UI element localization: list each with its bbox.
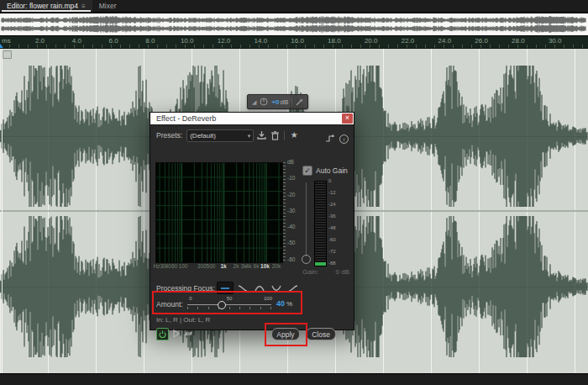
chevron-down-icon: ▾	[248, 133, 251, 139]
freq-axis-label: 40	[165, 263, 171, 269]
star-icon: ★	[291, 131, 298, 140]
preview-play-button[interactable]	[171, 328, 181, 339]
amount-scale-label: 100	[264, 296, 272, 301]
presets-dropdown[interactable]: (Default) ▾	[186, 129, 254, 142]
flat-curve-icon	[219, 284, 231, 293]
hud-divider	[291, 98, 292, 106]
favorite-button[interactable]: ★	[288, 130, 300, 141]
power-icon	[159, 330, 166, 338]
focus-mid-button[interactable]	[252, 282, 267, 293]
freq-axis-label: 100	[179, 263, 188, 269]
level-meter	[314, 181, 327, 266]
presets-row: Presets: (Default) ▾	[150, 129, 354, 142]
ruler-label: 4.0	[72, 37, 81, 45]
timeline-ruler[interactable]: ms 2.04.06.08.010.012.014.016.018.020.02…	[0, 36, 588, 49]
db-axis-label: -30	[287, 208, 302, 214]
volume-hud[interactable]: ◢ +0dB	[247, 94, 308, 109]
close-button[interactable]: Close	[306, 328, 336, 340]
dialog-bottom-row: Apply Close	[150, 327, 354, 340]
freq-axis-label: 60	[171, 263, 177, 269]
focus-notch-button[interactable]	[269, 282, 284, 293]
delete-preset-button[interactable]	[269, 130, 281, 141]
auto-gain-checkbox[interactable]: ✓	[302, 166, 312, 176]
ruler-label: 18.0	[328, 37, 341, 45]
auto-gain-row: ✓ Auto Gain	[302, 166, 348, 176]
apply-button[interactable]: Apply	[271, 328, 300, 340]
meter-scale-label: -48	[328, 225, 336, 230]
db-axis-label: -40	[287, 224, 302, 230]
knob-icon[interactable]	[260, 98, 268, 106]
effect-power-toggle[interactable]	[156, 328, 169, 340]
processing-focus-label: Processing Focus:	[156, 284, 215, 293]
auto-gain-label: Auto Gain	[316, 166, 348, 175]
tab-mixer[interactable]: Mixer	[92, 0, 123, 12]
ruler-label: 12.0	[218, 37, 231, 45]
ruler-ticks	[0, 45, 588, 48]
amount-value: 40%	[276, 299, 292, 308]
ruler-label: 8.0	[145, 37, 155, 45]
playhead-line[interactable]	[2, 49, 3, 373]
frequency-graph-block: dB-10-20-30-40-50-60 Hz3040601003005001k…	[155, 162, 300, 275]
ruler-label: 16.0	[291, 37, 304, 45]
amount-slider-thumb[interactable]	[218, 301, 226, 309]
dialog-title-bar[interactable]: Effect - DeReverb ×	[150, 113, 354, 125]
gain-slider-thumb[interactable]	[302, 255, 311, 264]
gain-meter-block: 0-12-24-36-48-60-72-88	[302, 181, 349, 265]
trash-icon	[271, 131, 279, 140]
routing-icon[interactable]	[325, 134, 334, 143]
gain-value: 0 dB	[336, 268, 349, 276]
amount-scale-label: 50	[227, 296, 233, 301]
processing-focus-row: Processing Focus:	[150, 282, 354, 294]
meter-scale-label: -36	[328, 214, 336, 219]
dereverb-dialog: Effect - DeReverb × Presets: (Default) ▾	[150, 112, 354, 330]
ruler-label: 26.0	[475, 37, 488, 45]
meter-scale-labels: 0-12-24-36-48-60-72-88	[328, 178, 336, 266]
graph-grid	[156, 163, 282, 262]
meter-scale-label: -60	[328, 237, 336, 242]
amount-slider-track[interactable]	[187, 304, 271, 305]
freq-axis-label: Hz	[154, 263, 160, 269]
rising-curve-icon	[287, 284, 299, 293]
panel-menu-icon[interactable]: ≡	[81, 3, 86, 10]
amount-slider[interactable]: 050100	[187, 296, 271, 311]
save-preset-button[interactable]	[255, 130, 267, 141]
gain-slider-track[interactable]	[306, 182, 307, 256]
freq-axis-label: 300	[197, 263, 207, 269]
focus-low-button[interactable]	[235, 282, 250, 293]
freq-axis-label: 20k	[272, 263, 281, 269]
db-axis-label: -20	[287, 192, 302, 198]
bottom-bar	[0, 373, 588, 385]
tab-editor-label: Editor: flower rain.mp4	[7, 2, 78, 10]
clip-menu-icon[interactable]	[3, 50, 12, 59]
freq-axis-label: 6k	[254, 263, 260, 269]
freq-axis-label: 4k	[246, 263, 252, 269]
ruler-label: 6.0	[109, 37, 118, 45]
hud-volume-value: +0	[271, 98, 279, 106]
pin-icon[interactable]	[296, 98, 303, 106]
dialog-title: Effect - DeReverb	[156, 114, 216, 123]
db-axis-ticks	[283, 162, 286, 261]
toolbar-divider	[284, 131, 285, 140]
focus-full-band-button[interactable]	[217, 282, 234, 294]
waveform-overview[interactable]	[0, 13, 588, 36]
info-icon[interactable]: i	[339, 134, 349, 144]
playhead-caret[interactable]	[0, 44, 3, 48]
tab-editor[interactable]: Editor: flower rain.mp4 ≡	[0, 0, 92, 12]
fader-icon[interactable]: ◢	[252, 99, 256, 105]
dip-curve-icon	[270, 284, 282, 293]
db-axis-label: -60	[287, 257, 302, 263]
amount-value-number: 40	[276, 299, 285, 308]
level-meter-signal	[315, 262, 326, 266]
db-axis-labels: dB-10-20-30-40-50-60	[287, 160, 302, 262]
ruler-label: 10.0	[181, 37, 194, 45]
presets-value: (Default)	[190, 132, 216, 140]
freq-axis-label: 10k	[260, 263, 270, 269]
focus-high-button[interactable]	[286, 282, 301, 293]
amount-slider-ticks	[187, 307, 271, 309]
falling-curve-icon	[237, 284, 249, 293]
dialog-close-icon[interactable]: ×	[342, 113, 353, 124]
gain-label: Gain:	[302, 268, 318, 276]
frequency-graph[interactable]	[155, 162, 283, 263]
tab-mixer-label: Mixer	[99, 2, 117, 10]
loop-playback-button[interactable]	[183, 328, 194, 339]
